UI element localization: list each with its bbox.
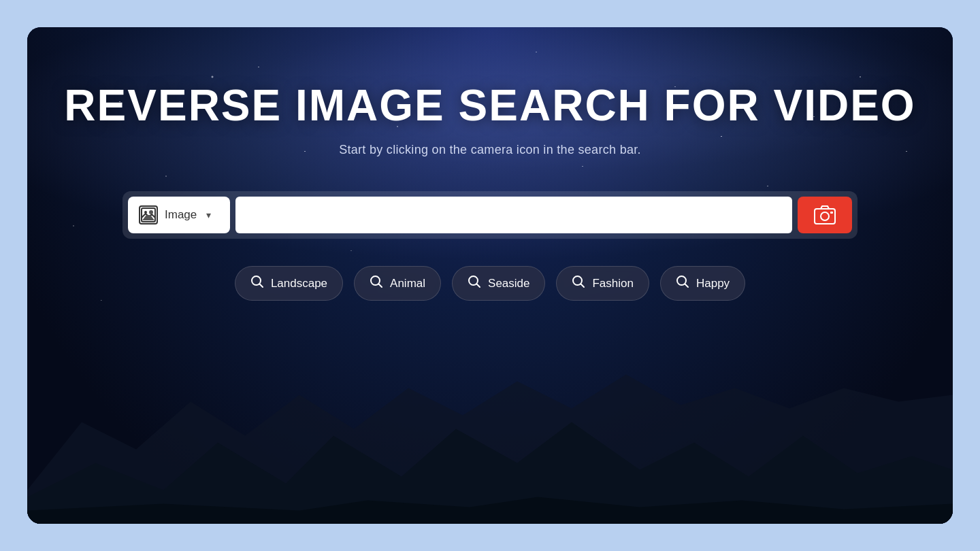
search-icon [250, 275, 264, 292]
search-icon [572, 275, 585, 292]
suggestion-chip[interactable]: Happy [660, 266, 745, 301]
dropdown-label: Image [165, 208, 197, 222]
svg-point-6 [821, 212, 829, 220]
search-icon [370, 275, 383, 292]
page-subtitle: Start by clicking on the camera icon in … [339, 143, 641, 157]
svg-rect-5 [815, 209, 835, 224]
svg-point-4 [144, 211, 147, 214]
image-icon [139, 205, 158, 224]
search-type-dropdown[interactable]: Image ▾ [128, 197, 230, 233]
camera-search-button[interactable] [798, 197, 852, 233]
app-container: REVERSE IMAGE SEARCH FOR VIDEO Start by … [27, 27, 953, 524]
search-bar: Image ▾ [122, 191, 858, 239]
camera-icon [814, 205, 836, 224]
chip-label: Fashion [592, 277, 633, 290]
chip-label: Landscape [271, 277, 327, 290]
suggestion-chips: Landscape Animal Seaside Fashion Happy [235, 266, 745, 301]
chip-label: Seaside [488, 277, 529, 290]
chip-label: Happy [696, 277, 730, 290]
suggestion-chip[interactable]: Seaside [452, 266, 545, 301]
svg-rect-7 [830, 212, 833, 214]
suggestion-chip[interactable]: Fashion [556, 266, 649, 301]
page-title: REVERSE IMAGE SEARCH FOR VIDEO [64, 82, 915, 129]
svg-rect-3 [142, 208, 155, 222]
search-input[interactable] [235, 197, 792, 233]
main-content: REVERSE IMAGE SEARCH FOR VIDEO Start by … [27, 27, 953, 524]
suggestion-chip[interactable]: Landscape [235, 266, 343, 301]
chevron-down-icon: ▾ [206, 210, 211, 220]
chip-label: Animal [390, 277, 425, 290]
suggestion-chip[interactable]: Animal [354, 266, 441, 301]
search-icon [468, 275, 481, 292]
search-icon [676, 275, 689, 292]
